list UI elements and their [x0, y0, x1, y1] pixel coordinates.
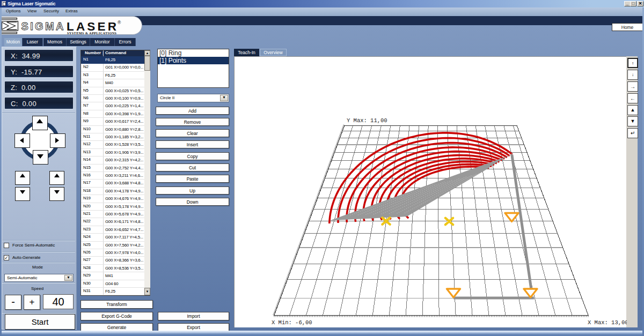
- svg-text:SIGMA: SIGMA: [21, 20, 64, 32]
- svg-text:Y Max: 11,00: Y Max: 11,00: [347, 117, 387, 124]
- svg-text:SYSTEMS & APPLICATIONS: SYSTEMS & APPLICATIONS: [67, 31, 117, 35]
- svg-text:®: ®: [118, 20, 121, 25]
- svg-text:X Min: -6,00: X Min: -6,00: [272, 319, 312, 326]
- svg-text:X Max: 13,00: X Max: 13,00: [588, 319, 627, 326]
